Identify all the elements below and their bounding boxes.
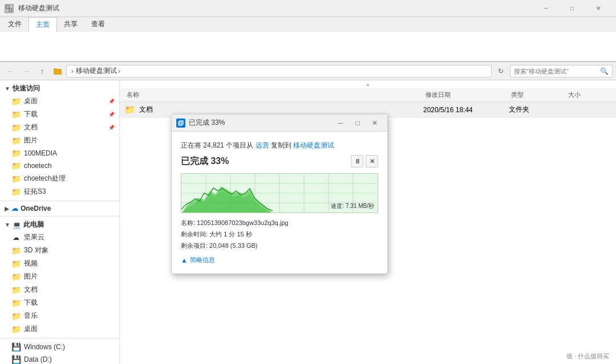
search-box[interactable]: 🔍 bbox=[510, 65, 613, 77]
sidebar-item-desktop1[interactable]: 📁 桌面 📌 bbox=[0, 95, 119, 108]
close-button[interactable]: ✕ bbox=[585, 0, 611, 17]
search-icon: 🔍 bbox=[600, 67, 609, 75]
drive-icon: 💾 bbox=[11, 342, 21, 351]
maximize-button[interactable]: □ bbox=[559, 0, 585, 17]
col-header-size[interactable]: 大小 bbox=[566, 91, 611, 99]
sidebar-item-label: Data (D:) bbox=[24, 355, 52, 363]
sidebar-item-100media[interactable]: 📁 100MEDIA bbox=[0, 147, 119, 159]
svg-rect-1 bbox=[9, 9, 12, 11]
sidebar-section-onedrive[interactable]: ▶ ☁ OneDrive bbox=[0, 203, 119, 214]
sidebar-item-label: 下载 bbox=[24, 109, 38, 119]
tab-home[interactable]: 主页 bbox=[29, 17, 57, 32]
folder-icon: 📁 bbox=[124, 104, 136, 115]
tab-view[interactable]: 查看 bbox=[84, 17, 112, 32]
thispc-label: 此电脑 bbox=[23, 220, 44, 230]
sidebar-item-3dobjects[interactable]: 📁 3D 对象 bbox=[0, 244, 119, 257]
up-button[interactable]: ↑ bbox=[35, 64, 49, 78]
path-segment: 移动硬盘测试 bbox=[76, 66, 117, 76]
folder-icon: 📁 bbox=[11, 259, 21, 268]
sidebar-item-label: 音乐 bbox=[24, 311, 38, 321]
forward-button[interactable]: → bbox=[19, 64, 33, 78]
file-list-empty bbox=[120, 118, 616, 364]
sidebar-item-label: 征拓S3 bbox=[24, 187, 46, 197]
sidebar-item-label: choetech bbox=[24, 162, 52, 170]
sidebar-item-label: choetech处理 bbox=[24, 174, 66, 183]
refresh-button[interactable]: ↻ bbox=[494, 64, 508, 78]
folder-icon: 📁 bbox=[11, 272, 21, 281]
table-row[interactable]: 📁 文档 2020/5/16 18:44 文件夹 bbox=[120, 102, 616, 118]
address-path[interactable]: › 移动硬盘测试 › bbox=[66, 65, 492, 77]
folder-icon: 📁 bbox=[11, 97, 21, 106]
file-type: 文件夹 bbox=[509, 105, 566, 114]
main-layout: ▼ 快速访问 📁 桌面 📌 📁 下载 📌 📁 文档 📌 📁 图片 📁 100ME… bbox=[0, 80, 616, 364]
sidebar-item-zhengtuos3[interactable]: 📁 征拓S3 bbox=[0, 185, 119, 198]
sidebar-item-downloads1[interactable]: 📁 下载 📌 bbox=[0, 108, 119, 121]
ribbon-content bbox=[0, 32, 616, 62]
search-input[interactable] bbox=[514, 68, 598, 75]
folder-icon: 📁 bbox=[11, 246, 21, 255]
sidebar-item-label: 坚果云 bbox=[24, 232, 44, 242]
sidebar-item-jianguoyun[interactable]: ☁ 坚果云 bbox=[0, 231, 119, 244]
ribbon-tabs: 文件 主页 共享 查看 bbox=[0, 17, 616, 32]
drive-icon: 💾 bbox=[11, 355, 21, 364]
folder-icon: 📁 bbox=[11, 123, 21, 132]
scroll-up-indicator: ▲ bbox=[366, 82, 370, 87]
file-list-header: 名称 修改日期 类型 大小 bbox=[120, 88, 616, 102]
window-controls[interactable]: ─ □ ✕ bbox=[533, 0, 611, 17]
sidebar-item-drive-c[interactable]: 💾 Windows (C:) bbox=[0, 341, 119, 353]
sidebar-item-desktop2[interactable]: 📁 桌面 bbox=[0, 322, 119, 336]
sidebar-item-docs1[interactable]: 📁 文档 📌 bbox=[0, 121, 119, 134]
minimize-button[interactable]: ─ bbox=[533, 0, 559, 17]
sidebar-section-quick-access[interactable]: ▼ 快速访问 bbox=[0, 83, 119, 95]
sidebar-item-videos[interactable]: 📁 视频 bbox=[0, 257, 119, 270]
ribbon: 文件 主页 共享 查看 bbox=[0, 17, 616, 62]
title-bar: 移动硬盘测试 ─ □ ✕ bbox=[0, 0, 616, 17]
sidebar-item-drive-d[interactable]: 💾 Data (D:) bbox=[0, 353, 119, 364]
sidebar-item-pictures[interactable]: 📁 图片 bbox=[0, 134, 119, 147]
folder-icon bbox=[52, 66, 63, 76]
sidebar-item-label: 3D 对象 bbox=[24, 246, 48, 255]
col-header-date[interactable]: 修改日期 bbox=[423, 91, 509, 99]
col-header-type[interactable]: 类型 bbox=[509, 91, 566, 99]
folder-icon: 📁 bbox=[11, 285, 21, 295]
sidebar-item-label: 图片 bbox=[24, 272, 38, 281]
title-bar-icons bbox=[5, 4, 14, 13]
folder-icon: 📁 bbox=[11, 161, 21, 170]
sidebar-item-music[interactable]: 📁 音乐 bbox=[0, 309, 119, 322]
sidebar-item-choetech[interactable]: 📁 choetech bbox=[0, 159, 119, 172]
window-icon bbox=[5, 4, 14, 13]
folder-icon: 📁 bbox=[11, 149, 21, 158]
sidebar-item-label: 文档 bbox=[24, 285, 38, 295]
sidebar-item-label: 文档 bbox=[24, 122, 38, 132]
window-title: 移动硬盘测试 bbox=[18, 3, 533, 13]
sidebar-item-label: 100MEDIA bbox=[24, 149, 57, 157]
folder-icon: 📁 bbox=[11, 136, 21, 145]
sidebar-item-label: 下载 bbox=[24, 298, 38, 308]
sidebar-item-docs2[interactable]: 📁 文档 bbox=[0, 283, 119, 296]
sidebar-item-label: 图片 bbox=[24, 136, 38, 145]
pin-icon: 📌 bbox=[108, 112, 115, 117]
col-header-name[interactable]: 名称 bbox=[124, 91, 423, 99]
folder-icon: 📁 bbox=[11, 110, 21, 119]
folder-icon: 📁 bbox=[11, 298, 21, 308]
tab-share[interactable]: 共享 bbox=[57, 17, 84, 32]
folder-icon: 📁 bbox=[11, 174, 21, 183]
sidebar-item-choetech-process[interactable]: 📁 choetech处理 bbox=[0, 172, 119, 185]
divider bbox=[0, 216, 119, 216]
file-name: 文档 bbox=[139, 105, 153, 114]
svg-rect-0 bbox=[6, 6, 9, 9]
sidebar-item-label: Windows (C:) bbox=[24, 343, 65, 351]
onedrive-icon: ☁ bbox=[11, 205, 18, 212]
thispc-icon: 💻 bbox=[13, 221, 21, 229]
folder-icon: 📁 bbox=[11, 325, 21, 334]
chevron-icon: ▼ bbox=[5, 222, 10, 228]
address-bar: ← → ↑ › 移动硬盘测试 › ↻ 🔍 bbox=[0, 62, 616, 80]
tab-file[interactable]: 文件 bbox=[1, 17, 29, 32]
sidebar-item-downloads2[interactable]: 📁 下载 bbox=[0, 296, 119, 309]
sidebar-section-thispc[interactable]: ▼ 💻 此电脑 bbox=[0, 219, 119, 231]
pin-icon: 📌 bbox=[108, 125, 115, 130]
back-button[interactable]: ← bbox=[3, 64, 17, 78]
cloud-icon: ☁ bbox=[11, 233, 21, 242]
sidebar-item-label: 桌面 bbox=[24, 324, 38, 334]
sidebar-item-pictures2[interactable]: 📁 图片 bbox=[0, 270, 119, 283]
